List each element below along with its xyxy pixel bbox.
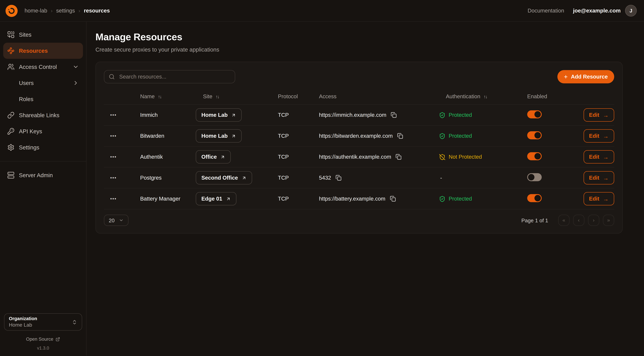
user-email[interactable]: joe@example.com xyxy=(573,8,621,14)
column-header-access: Access xyxy=(319,94,439,100)
sort-icon: ↑↓ xyxy=(158,94,161,99)
last-page-button[interactable]: » xyxy=(603,215,614,226)
row-menu-button[interactable]: ⋯ xyxy=(104,174,140,182)
sidebar-item-access-control[interactable]: Access Control xyxy=(3,59,83,75)
resources-card: + Add Resource Name ↑↓ Site ↑↓ xyxy=(96,62,623,234)
documentation-link[interactable]: Documentation xyxy=(528,8,564,14)
next-page-button[interactable]: › xyxy=(588,215,599,226)
site-link-button[interactable]: Edge 01 xyxy=(196,192,236,206)
sidebar-item-users[interactable]: Users xyxy=(3,75,83,91)
site-link-button[interactable]: Home Lab xyxy=(196,108,242,122)
sidebar-item-server-admin[interactable]: Server Admin xyxy=(3,167,83,183)
chevrons-up-down-icon xyxy=(72,319,77,325)
shield-off-icon xyxy=(439,154,446,160)
page-title: Manage Resources xyxy=(96,32,644,43)
auth-status: Not Protected xyxy=(439,154,527,160)
shield-check-icon xyxy=(439,133,446,139)
sidebar: Sites Resources Access Control Users Rol… xyxy=(0,22,86,356)
edit-button[interactable]: Edit → xyxy=(584,150,614,164)
sidebar-item-label: Server Admin xyxy=(19,172,53,178)
arrow-right-icon: → xyxy=(603,133,608,139)
key-icon xyxy=(7,128,14,135)
open-source-link[interactable]: Open Source xyxy=(4,337,82,342)
organization-selector[interactable]: Organization Home Lab xyxy=(4,313,82,331)
add-resource-button[interactable]: + Add Resource xyxy=(558,70,614,83)
page-size-select[interactable]: 20 xyxy=(104,215,128,226)
sidebar-divider xyxy=(0,161,86,162)
table-row: ⋯ Bitwarden Home Lab TCP https://bitward… xyxy=(104,126,614,146)
search-icon xyxy=(109,74,115,80)
copy-button[interactable] xyxy=(390,196,396,202)
sidebar-item-roles[interactable]: Roles xyxy=(3,91,83,107)
avatar[interactable]: J xyxy=(625,5,637,16)
site-link-button[interactable]: Second Office xyxy=(196,171,252,184)
sidebar-item-resources[interactable]: Resources xyxy=(3,43,83,59)
sidebar-item-shareable-links[interactable]: Shareable Links xyxy=(3,107,83,123)
copy-button[interactable] xyxy=(397,133,403,139)
arrow-up-right-icon xyxy=(242,176,246,180)
table-row: ⋯ Authentik Office TCP https://authentik… xyxy=(104,146,614,168)
resource-access-url: https://authentik.example.com xyxy=(319,154,391,160)
copy-icon xyxy=(391,112,397,118)
table-row: ⋯ Immich Home Lab TCP https://immich.exa… xyxy=(104,105,614,126)
enabled-toggle[interactable] xyxy=(527,131,542,139)
arrow-up-right-icon xyxy=(231,113,236,118)
resource-access-url: https://battery.example.com xyxy=(319,196,385,202)
copy-button[interactable] xyxy=(396,154,402,160)
site-link-button[interactable]: Home Lab xyxy=(196,129,242,142)
resource-protocol: TCP xyxy=(278,112,319,118)
resources-table: Name ↑↓ Site ↑↓ Protocol Access xyxy=(104,88,614,210)
app-window: home-lab › settings › resources Document… xyxy=(0,0,644,356)
chevron-down-icon xyxy=(119,218,124,223)
users-icon xyxy=(7,63,14,70)
arrow-up-right-icon xyxy=(226,196,231,201)
search-input[interactable] xyxy=(118,73,230,80)
row-menu-button[interactable]: ⋯ xyxy=(104,153,140,161)
column-header-authentication[interactable]: Authentication ↑↓ xyxy=(439,94,527,100)
copy-button[interactable] xyxy=(391,112,397,118)
column-header-name[interactable]: Name ↑↓ xyxy=(140,94,196,100)
resource-name: Authentik xyxy=(140,154,196,160)
site-link-button[interactable]: Office xyxy=(196,150,231,164)
sidebar-item-api-keys[interactable]: API Keys xyxy=(3,123,83,139)
chevron-down-icon xyxy=(72,64,79,70)
link-icon xyxy=(7,112,14,119)
pagination: 20 Page 1 of 1 « ‹ › » xyxy=(104,215,614,226)
resource-access-url: https://bitwarden.example.com xyxy=(319,133,393,139)
row-menu-button[interactable]: ⋯ xyxy=(104,132,140,140)
resource-access-port: 5432 xyxy=(319,175,331,181)
edit-button[interactable]: Edit → xyxy=(584,108,614,122)
table-row: ⋯ Battery Manager Edge 01 TCP https://ba… xyxy=(104,188,614,210)
table-header: Name ↑↓ Site ↑↓ Protocol Access xyxy=(104,88,614,105)
copy-button[interactable] xyxy=(336,175,342,181)
breadcrumb-settings[interactable]: settings xyxy=(56,8,75,14)
column-header-site[interactable]: Site ↑↓ xyxy=(196,94,278,100)
breadcrumb-org[interactable]: home-lab xyxy=(24,8,47,14)
row-menu-button[interactable]: ⋯ xyxy=(104,111,140,119)
sidebar-item-label: Resources xyxy=(19,48,48,54)
topbar: home-lab › settings › resources Document… xyxy=(0,0,644,22)
breadcrumb-separator-icon: › xyxy=(51,8,53,14)
edit-button[interactable]: Edit → xyxy=(584,192,614,206)
column-header-protocol: Protocol xyxy=(278,94,319,100)
previous-page-button[interactable]: ‹ xyxy=(573,215,584,226)
sidebar-item-label: Settings xyxy=(19,144,39,150)
sidebar-item-label: Access Control xyxy=(19,64,57,70)
sidebar-item-sites[interactable]: Sites xyxy=(3,26,83,43)
plus-icon: + xyxy=(564,74,568,80)
first-page-button[interactable]: « xyxy=(558,215,570,226)
edit-button[interactable]: Edit → xyxy=(584,171,614,184)
row-menu-button[interactable]: ⋯ xyxy=(104,195,140,202)
enabled-toggle[interactable] xyxy=(527,152,542,160)
organization-value: Home Lab xyxy=(9,322,37,328)
breadcrumb: home-lab › settings › resources xyxy=(24,8,110,14)
sidebar-item-settings[interactable]: Settings xyxy=(3,139,83,156)
resource-name: Battery Manager xyxy=(140,196,196,202)
enabled-toggle[interactable] xyxy=(527,194,542,202)
enabled-toggle[interactable] xyxy=(527,173,542,181)
sort-icon: ↑↓ xyxy=(216,94,219,99)
copy-icon xyxy=(336,175,342,181)
resource-name: Immich xyxy=(140,112,196,118)
enabled-toggle[interactable] xyxy=(527,110,542,118)
edit-button[interactable]: Edit → xyxy=(584,129,614,142)
